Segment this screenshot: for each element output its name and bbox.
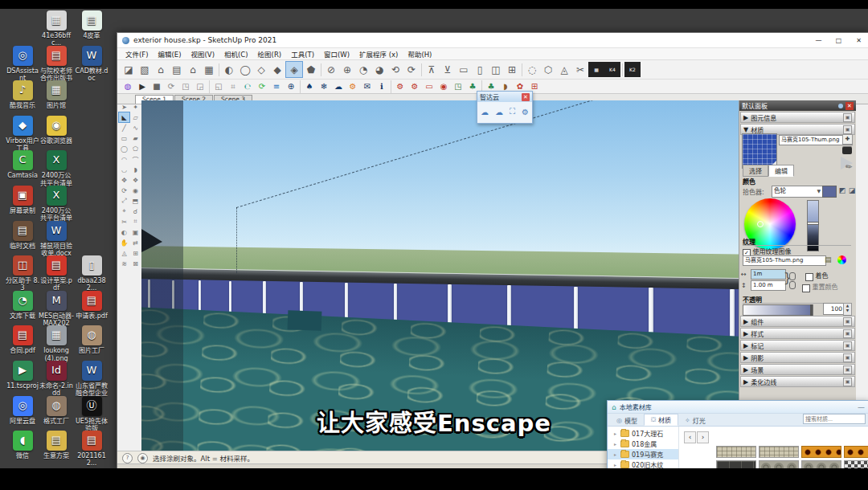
desktop-icon[interactable]: ▤设计草案.pdf [39, 255, 74, 292]
copy-settings-icon[interactable]: ◳ [178, 80, 193, 92]
section-组件[interactable]: ▶组件▣ [740, 316, 855, 327]
cloud-upload-icon[interactable]: ☁ [495, 108, 503, 116]
desktop-icon[interactable]: ▦图片馆 [39, 80, 74, 109]
add-object-icon[interactable]: ⊕ [284, 80, 298, 92]
reset-color-box[interactable]: ✓ [802, 284, 810, 292]
picker-dropdown[interactable]: 色轮 ▼ [772, 186, 823, 198]
section-plane-icon[interactable]: ⊕ [339, 62, 355, 77]
section-entity-info[interactable]: ▶ 图元信息 ▣ [740, 112, 855, 123]
opacity-slider[interactable] [743, 304, 813, 316]
detach-icon[interactable]: ▣ [843, 365, 852, 374]
circle-tool[interactable]: ◯ [119, 144, 129, 153]
tab-select[interactable]: 选择 [743, 165, 768, 177]
help-icon[interactable]: ? [122, 453, 133, 463]
detach-icon[interactable]: ▣ [843, 113, 852, 122]
print-icon[interactable]: ▤ [169, 62, 185, 77]
k2-render-icon[interactable]: K2 [624, 62, 641, 77]
axes-tool[interactable]: ✂ [119, 217, 129, 227]
section-cut-icon[interactable]: ◔ [355, 62, 371, 77]
render-bars-icon[interactable]: ≡ [269, 80, 284, 92]
back-view-icon[interactable]: ◫ [488, 62, 504, 77]
desktop-icon[interactable]: ♪酷我音乐 [5, 80, 40, 109]
render-gear-icon[interactable]: ⚙ [393, 80, 407, 92]
section-标记[interactable]: ▶标记▣ [740, 340, 855, 351]
live-update-icon[interactable]: ⟳ [255, 80, 269, 92]
maximize-button[interactable]: □ [829, 34, 849, 47]
refresh-icon[interactable]: ⟳ [164, 80, 178, 92]
two-point-arc-tool[interactable]: ⌒ [130, 154, 141, 164]
iso-view-icon[interactable]: ⊼ [424, 62, 440, 77]
material-thumb[interactable] [716, 446, 756, 458]
crop-icon[interactable]: ✂ [572, 62, 588, 77]
texture-file-field[interactable]: 马赛克105-Thum.png [743, 255, 826, 266]
menu-item[interactable]: 视图(V) [186, 49, 219, 59]
fullscreen-icon[interactable]: ⛶ [510, 107, 515, 116]
browse-texture-icon[interactable]: ▤ [825, 255, 832, 263]
desktop-icon[interactable]: ◆Virbox用户工具 [5, 116, 40, 152]
desktop-icon[interactable]: ▶11.tscproj [5, 361, 40, 390]
move-tool[interactable]: ✥ [119, 175, 129, 185]
texture-height-field[interactable]: 1.00 m [751, 280, 786, 291]
menu-item[interactable]: 帮助(H) [403, 49, 436, 59]
desktop-icon[interactable]: ▦41e36bffc... [39, 10, 74, 47]
look-around-tool[interactable]: ⇄ [130, 238, 141, 247]
undo-view-icon[interactable]: ⟲ [387, 62, 403, 77]
material-thumb[interactable] [801, 446, 841, 458]
hidden-line-icon[interactable]: ◇ [253, 62, 269, 77]
geolocation-icon[interactable]: ◉ [137, 453, 148, 463]
follow-me-tool[interactable]: ◉ [130, 186, 141, 195]
close-button[interactable]: ✕ [849, 34, 868, 47]
detach-icon[interactable]: ▣ [843, 329, 852, 338]
desktop-icon[interactable]: ◎DSAssistant [5, 46, 40, 82]
k4-render-icon[interactable]: K4 [604, 62, 620, 77]
desktop-icon[interactable]: ◫分区助手 8.3 [5, 255, 40, 292]
desktop-icon[interactable]: ◍图片工厂 [74, 325, 109, 354]
material-icon[interactable]: ▧ [137, 62, 153, 77]
make-component-tool[interactable]: ✦ [130, 102, 141, 112]
desktop-icon[interactable]: X2400万公共平台清单赢... [39, 186, 74, 223]
redo-view-icon[interactable]: ⟳ [403, 62, 420, 77]
dimensions-tool[interactable]: ⌗ [130, 217, 141, 227]
protractor-tool[interactable]: ☌ [130, 206, 141, 216]
detach-icon[interactable]: ▣ [843, 378, 852, 386]
desktop-icon[interactable]: ▤与院校老师合作出版书籍... [39, 46, 74, 84]
section-fill-icon[interactable]: ◕ [371, 62, 387, 77]
xray-mode-icon[interactable]: ◐ [221, 62, 237, 77]
desktop-icon[interactable]: W捕鼠项目验收单.docx [39, 221, 74, 257]
folder-item[interactable]: ▸018金属 [608, 439, 678, 449]
viewport-3d[interactable] [141, 100, 739, 451]
desktop-icon[interactable]: ▤4皮革 [74, 10, 109, 39]
no-section-icon[interactable]: ⊘ [323, 62, 339, 77]
right-view-icon[interactable]: ▯ [472, 62, 488, 77]
scale-tool[interactable]: ⤢ [119, 196, 129, 206]
stop-icon[interactable]: ■ [149, 80, 164, 92]
desktop-icon[interactable]: MMES启动器-MAX2020... [39, 291, 74, 329]
desktop-icon[interactable]: Id未命名-2.indd [39, 361, 74, 397]
grid-icon[interactable]: ⌗ [226, 80, 240, 92]
create-material-button[interactable]: ✚ [842, 134, 853, 145]
detach-icon[interactable]: ▣ [843, 125, 852, 134]
new-file-icon[interactable]: ⌂ [185, 62, 201, 77]
shaded-mode-icon[interactable]: ◆ [269, 62, 285, 77]
desktop-icon[interactable]: ▯dbaa2382... [74, 255, 109, 292]
tape-measure-tool[interactable]: ⌖ [119, 206, 129, 216]
info-icon[interactable]: ℹ [375, 80, 389, 92]
texture-width-field[interactable]: 1m [751, 269, 786, 280]
section-场景[interactable]: ▶场景▣ [740, 364, 855, 375]
menu-item[interactable]: 文件(F) [121, 49, 154, 59]
section-plane-tool[interactable]: ▣ [130, 227, 141, 237]
license-icon[interactable]: ◍ [121, 80, 135, 92]
mail-icon[interactable]: ✉ [360, 80, 375, 92]
cloud-icon[interactable]: ☁ [331, 80, 346, 92]
colorize-checkbox[interactable]: ✓ [805, 273, 813, 281]
wireframe-mode-icon[interactable]: ◯ [237, 62, 253, 77]
top-view-icon[interactable]: ⊻ [440, 62, 456, 77]
fog-icon[interactable]: ⬡ [540, 62, 556, 77]
section-样式[interactable]: ▶样式▣ [740, 328, 855, 339]
zoom-extents-tool[interactable]: ⊠ [130, 259, 141, 268]
folder-item[interactable]: ▸019马赛克 [608, 449, 678, 459]
match-object-color-icon[interactable]: ◪ [847, 186, 856, 195]
render-gear2-icon[interactable]: ⚙ [407, 80, 422, 92]
desktop-icon[interactable]: WCAD教材.doc [74, 46, 109, 82]
material-thumb[interactable] [844, 446, 868, 458]
